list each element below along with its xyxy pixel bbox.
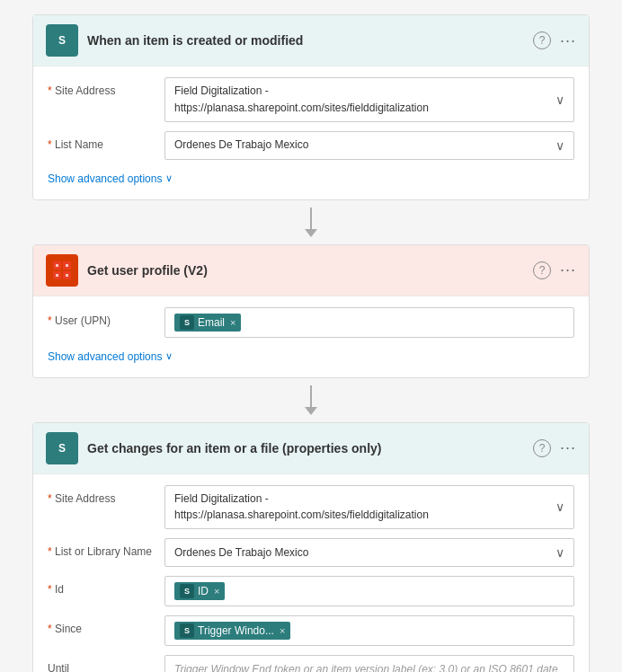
office-icon-svg (52, 261, 72, 280)
trigger-site-dropdown-arrow[interactable]: ∨ (555, 93, 564, 107)
email-tag-close[interactable]: × (230, 317, 235, 328)
get-changes-library-dropdown-arrow[interactable]: ∨ (555, 545, 564, 560)
id-tag: S ID × (174, 582, 225, 600)
get-changes-until-row: Until Trigger Window End token or an ite… (48, 655, 574, 672)
get-changes-actions: ? ··· (533, 438, 576, 457)
svg-rect-4 (56, 264, 58, 267)
user-profile-body: * User (UPN) S Email × Show advanced opt… (33, 296, 589, 377)
get-changes-site-address-row: * Site Address Field Digitalization - ht… (48, 485, 574, 530)
get-changes-icon-letter: S (58, 442, 66, 455)
trigger-site-address-label: * Site Address (48, 77, 164, 97)
get-changes-library-input[interactable]: Ordenes De Trabajo Mexico ∨ (164, 538, 574, 567)
user-profile-icon (46, 254, 78, 287)
card-trigger-header: S When an item is created or modified ? … (33, 15, 589, 66)
svg-rect-5 (66, 264, 68, 267)
connector-2 (305, 378, 317, 422)
user-upn-label: * User (UPN) (48, 307, 164, 327)
trigger-more-icon[interactable]: ··· (560, 31, 576, 50)
get-changes-until-label: Until (48, 655, 164, 672)
trigger-list-name-input[interactable]: Ordenes De Trabajo Mexico ∨ (164, 131, 574, 160)
trigger-body: * Site Address Field Digitalization - ht… (33, 66, 589, 199)
get-changes-site-address-input[interactable]: Field Digitalization - https://planasa.s… (164, 485, 574, 530)
user-profile-more-icon[interactable]: ··· (560, 261, 576, 279)
trigger-site-address-input[interactable]: Field Digitalization - https://planasa.s… (164, 77, 574, 122)
trigger-list-dropdown-arrow[interactable]: ∨ (555, 138, 564, 153)
trigger-show-advanced-btn[interactable]: Show advanced options ∨ (48, 169, 173, 189)
get-changes-title: Get changes for an item or a file (prope… (87, 441, 524, 455)
trigger-site-address-row: * Site Address Field Digitalization - ht… (48, 77, 574, 122)
trigger-title: When an item is created or modified (87, 33, 524, 48)
id-tag-close[interactable]: × (214, 586, 219, 597)
card-trigger: S When an item is created or modified ? … (32, 14, 590, 200)
trigger-list-name-label: * List Name (48, 131, 164, 151)
get-changes-id-input[interactable]: S ID × (164, 576, 574, 606)
get-changes-since-label: * Since (48, 615, 164, 635)
trigger-help-icon[interactable]: ? (533, 31, 551, 49)
user-profile-help-icon[interactable]: ? (533, 261, 551, 279)
since-tag-icon: S (180, 623, 194, 638)
card-user-profile-header: Get user profile (V2) ? ··· (33, 245, 589, 296)
get-changes-help-icon[interactable]: ? (533, 439, 551, 457)
get-changes-body: * Site Address Field Digitalization - ht… (33, 474, 589, 672)
user-profile-actions: ? ··· (533, 261, 576, 279)
email-tag-icon: S (180, 315, 194, 330)
get-changes-library-row: * List or Library Name Ordenes De Trabaj… (48, 538, 574, 567)
user-upn-input[interactable]: S Email × (164, 307, 574, 338)
svg-rect-6 (56, 274, 58, 277)
get-changes-since-row: * Since S Trigger Windo... × (48, 615, 574, 646)
user-profile-title: Get user profile (V2) (87, 263, 524, 278)
get-changes-library-label: * List or Library Name (48, 538, 164, 558)
card-user-profile: Get user profile (V2) ? ··· * User (UPN)… (32, 244, 590, 378)
trigger-list-name-row: * List Name Ordenes De Trabajo Mexico ∨ (48, 131, 574, 160)
email-tag: S Email × (174, 314, 241, 332)
card-get-changes: S Get changes for an item or a file (pro… (32, 422, 590, 672)
get-changes-id-row: * Id S ID × (48, 576, 574, 606)
trigger-actions: ? ··· (533, 31, 576, 50)
card-get-changes-header: S Get changes for an item or a file (pro… (33, 423, 589, 474)
since-tag: S Trigger Windo... × (174, 622, 290, 640)
get-changes-site-address-label: * Site Address (48, 485, 164, 505)
trigger-icon: S (46, 24, 78, 57)
id-tag-icon: S (180, 584, 194, 598)
since-tag-close[interactable]: × (280, 625, 285, 636)
svg-rect-7 (66, 274, 68, 277)
get-changes-site-dropdown-arrow[interactable]: ∨ (555, 500, 564, 514)
trigger-icon-letter: S (58, 34, 66, 47)
user-upn-row: * User (UPN) S Email × (48, 307, 574, 338)
user-profile-show-advanced-btn[interactable]: Show advanced options ∨ (48, 347, 173, 367)
get-changes-more-icon[interactable]: ··· (560, 438, 576, 457)
get-changes-icon: S (46, 432, 78, 464)
connector-1 (305, 200, 317, 244)
get-changes-since-input[interactable]: S Trigger Windo... × (164, 615, 574, 646)
get-changes-until-input[interactable]: Trigger Window End token or an item vers… (164, 655, 574, 672)
get-changes-id-label: * Id (48, 576, 164, 596)
